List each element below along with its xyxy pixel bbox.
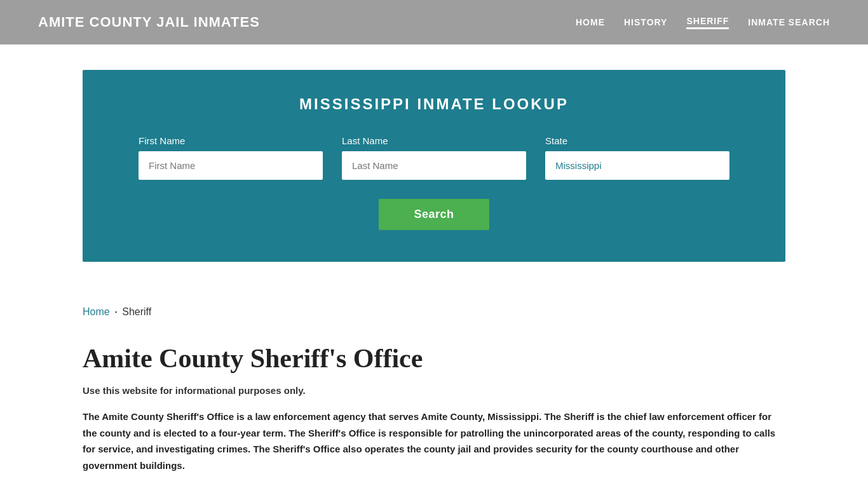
nav-home[interactable]: HOME — [576, 17, 605, 27]
search-title: MISSISSIPPI INMATE LOOKUP — [121, 95, 747, 113]
breadcrumb-separator: • — [115, 309, 118, 316]
site-title: AMITE COUNTY JAIL INMATES — [38, 14, 260, 30]
last-name-label: Last Name — [342, 135, 526, 146]
nav-sheriff[interactable]: SHERIFF — [686, 16, 729, 29]
site-header: AMITE COUNTY JAIL INMATES HOME HISTORY S… — [0, 0, 868, 44]
nav-inmate-search[interactable]: INMATE SEARCH — [748, 17, 830, 27]
state-label: State — [545, 135, 729, 146]
first-name-label: First Name — [139, 135, 323, 146]
page-description: The Amite County Sheriff's Office is a l… — [83, 409, 782, 473]
first-name-input[interactable] — [139, 151, 323, 180]
breadcrumb-home-link[interactable]: Home — [83, 306, 110, 318]
last-name-input[interactable] — [342, 151, 526, 180]
breadcrumb: Home • Sheriff — [83, 306, 785, 318]
first-name-group: First Name — [139, 135, 323, 180]
breadcrumb-current-page: Sheriff — [122, 306, 151, 318]
main-content: Home • Sheriff Amite County Sheriff's Of… — [0, 287, 868, 488]
state-input[interactable] — [545, 151, 729, 180]
state-group: State — [545, 135, 729, 180]
nav-history[interactable]: HISTORY — [624, 17, 667, 27]
last-name-group: Last Name — [342, 135, 526, 180]
page-subtitle: Use this website for informational purpo… — [83, 385, 785, 396]
search-fields: First Name Last Name State — [121, 135, 747, 180]
search-button[interactable]: Search — [379, 199, 489, 230]
inmate-search-section: MISSISSIPPI INMATE LOOKUP First Name Las… — [83, 70, 785, 262]
page-heading: Amite County Sheriff's Office — [83, 343, 785, 374]
search-btn-row: Search — [121, 199, 747, 230]
main-nav: HOME HISTORY SHERIFF INMATE SEARCH — [576, 16, 830, 29]
